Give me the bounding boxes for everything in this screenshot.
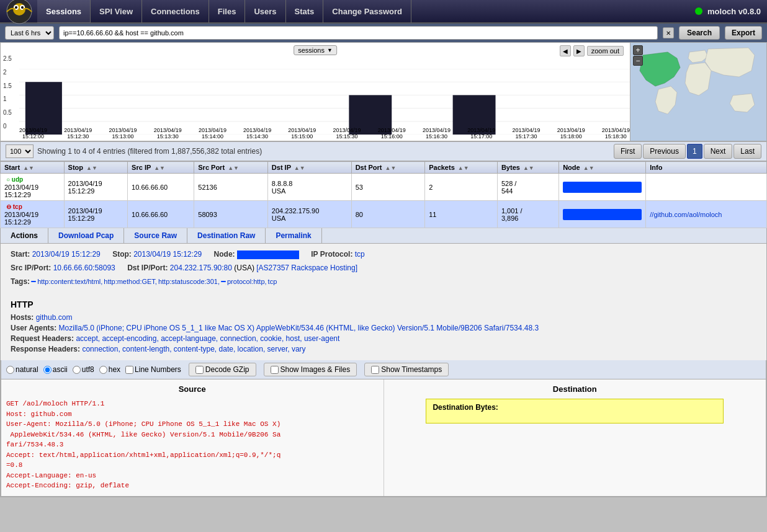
search-button[interactable]: Search bbox=[679, 26, 720, 40]
http-response-headers-row: Response Headers: connection, content-le… bbox=[11, 345, 756, 353]
http-user-agents-value: Mozilla/5.0 (iPhone; CPU iPhone OS 5_1_1… bbox=[59, 324, 539, 332]
time-range-select[interactable]: Last 6 hrs bbox=[5, 26, 54, 40]
cell-dst-port-1: 53 bbox=[351, 174, 425, 201]
format-hex[interactable]: hex bbox=[99, 365, 120, 374]
map-container: + − bbox=[630, 43, 766, 141]
nav-stats[interactable]: Stats bbox=[286, 0, 324, 23]
detail-start: 2013/04/19 15:12:29 bbox=[32, 250, 101, 259]
tag-3: http:statuscode:301, bbox=[158, 277, 220, 287]
previous-page-button[interactable]: Previous bbox=[643, 144, 686, 159]
format-bar: natural ascii utf8 hex Line Numbers Deco… bbox=[1, 360, 766, 379]
tag-1: http:content:text/html, bbox=[37, 277, 102, 287]
chart-svg bbox=[19, 69, 630, 135]
node-bar-2 bbox=[563, 209, 642, 220]
tag-highlight-1 bbox=[31, 281, 36, 282]
toolbar: Last 6 hrs ✕ Search Export bbox=[0, 24, 767, 42]
cell-src-ip-2: 10.66.66.60 bbox=[128, 201, 194, 228]
http-hosts-value[interactable]: github.com bbox=[36, 313, 73, 322]
next-page-button[interactable]: Next bbox=[704, 144, 733, 159]
nav-sessions[interactable]: Sessions bbox=[37, 0, 91, 23]
source-content: GET /aol/moloch HTTP/1.1 Host: github.co… bbox=[6, 399, 379, 491]
http-request-headers-row: Request Headers: accept, accept-encoding… bbox=[11, 334, 756, 343]
entries-info: Showing 1 to 4 of 4 entries (filtered fr… bbox=[37, 147, 262, 156]
show-images-checkbox[interactable]: Show Images & Files bbox=[264, 363, 357, 376]
show-timestamps-checkbox[interactable]: Show Timestamps bbox=[364, 363, 449, 376]
tab-destination-raw[interactable]: Destination Raw bbox=[187, 228, 266, 243]
nav-connections[interactable]: Connections bbox=[142, 0, 209, 23]
nav-users[interactable]: Users bbox=[245, 0, 285, 23]
cell-src-ip-1: 10.66.66.60 bbox=[128, 174, 194, 201]
detail-tags-row: Tags: http:content:text/html, http:metho… bbox=[11, 276, 756, 287]
detail-src-dst-row: Src IP/Port: 10.66.66.60:58093 Dst IP/Po… bbox=[11, 262, 756, 273]
map-zoom-in-button[interactable]: + bbox=[633, 45, 643, 55]
source-column: Source GET /aol/moloch HTTP/1.1 Host: gi… bbox=[1, 379, 384, 496]
tab-source-raw[interactable]: Source Raw bbox=[124, 228, 187, 243]
sessions-selector[interactable]: sessions ▼ bbox=[294, 45, 337, 55]
col-src-ip[interactable]: Src IP ▲▼ bbox=[128, 162, 194, 174]
export-button[interactable]: Export bbox=[725, 26, 762, 40]
decode-gzip-checkbox[interactable]: Decode GZip bbox=[189, 363, 256, 376]
format-radio-group: natural ascii utf8 hex Line Numbers bbox=[6, 365, 181, 374]
first-page-button[interactable]: First bbox=[614, 144, 642, 159]
col-start[interactable]: Start ▲▼ bbox=[1, 162, 65, 174]
entries-per-page: 100 Showing 1 to 4 of 4 entries (filtere… bbox=[6, 144, 262, 158]
cell-dst-ip-1: 8.8.8.8USA bbox=[267, 174, 351, 201]
sessions-table: Start ▲▼ Stop ▲▼ Src IP ▲▼ Src Port ▲▼ D… bbox=[0, 161, 767, 228]
protocol-badge-tcp: ⊖ tcp bbox=[4, 203, 24, 211]
cell-bytes-1: 528 /544 bbox=[497, 174, 558, 201]
info-link[interactable]: //github.com/aol/moloch bbox=[650, 211, 722, 218]
tab-download-pcap[interactable]: Download Pcap bbox=[48, 228, 124, 243]
src-dest-container: Source GET /aol/moloch HTTP/1.1 Host: gi… bbox=[1, 379, 766, 497]
nav-change-password[interactable]: Change Password bbox=[323, 0, 411, 23]
detail-content: Start: 2013/04/19 15:12:29 Stop: 2013/04… bbox=[1, 244, 766, 295]
map-controls: + − bbox=[633, 45, 643, 66]
http-hosts-row: Hosts: github.com bbox=[11, 313, 756, 322]
chart-prev-button[interactable]: ◀ bbox=[560, 45, 571, 56]
nav-spi-view[interactable]: SPI View bbox=[91, 0, 142, 23]
start-time-1: 2013/04/1915:12:29 bbox=[4, 184, 38, 198]
app-version: moloch v0.8.0 bbox=[695, 7, 761, 16]
nav-files[interactable]: Files bbox=[209, 0, 246, 23]
tab-permalink[interactable]: Permalink bbox=[266, 228, 321, 243]
table-row[interactable]: ○ udp 2013/04/1915:12:29 2013/04/1915:12… bbox=[1, 174, 767, 201]
tab-actions[interactable]: Actions bbox=[1, 228, 48, 243]
chart-next-button[interactable]: ▶ bbox=[573, 45, 585, 56]
last-page-button[interactable]: Last bbox=[733, 144, 761, 159]
clear-filter-button[interactable]: ✕ bbox=[663, 27, 674, 38]
zoom-out-button[interactable]: zoom out bbox=[587, 46, 624, 56]
col-node[interactable]: Node ▲▼ bbox=[559, 162, 646, 174]
format-line-numbers[interactable]: Line Numbers bbox=[125, 365, 181, 374]
col-dst-ip[interactable]: Dst IP ▲▼ bbox=[267, 162, 351, 174]
protocol-badge-udp: ○ udp bbox=[4, 175, 25, 184]
cell-node-2 bbox=[559, 201, 646, 228]
entries-select[interactable]: 100 bbox=[6, 144, 34, 158]
svg-point-4 bbox=[15, 6, 17, 9]
cell-bytes-2: 1,001 /3,896 bbox=[497, 201, 558, 228]
col-dst-port[interactable]: Dst Port ▲▼ bbox=[351, 162, 425, 174]
map-zoom-out-button[interactable]: − bbox=[633, 56, 643, 66]
destination-column: Destination Destination Bytes: bbox=[384, 379, 766, 496]
detail-stop: 2013/04/19 15:12:29 bbox=[133, 250, 202, 259]
filter-input[interactable] bbox=[59, 26, 658, 40]
http-user-agents-row: User Agents: Mozilla/5.0 (iPhone; CPU iP… bbox=[11, 324, 756, 332]
world-map-svg bbox=[630, 43, 766, 141]
header: Sessions SPI View Connections Files User… bbox=[0, 0, 767, 24]
node-bar-1 bbox=[563, 182, 642, 193]
format-ascii[interactable]: ascii bbox=[43, 365, 68, 374]
col-src-port[interactable]: Src Port ▲▼ bbox=[194, 162, 268, 174]
current-page: 1 bbox=[687, 144, 702, 159]
tag-2: http:method:GET, bbox=[104, 277, 157, 287]
detail-node-bar bbox=[237, 250, 299, 259]
detail-tabs: Actions Download Pcap Source Raw Destina… bbox=[1, 228, 766, 244]
cell-protocol-start: ○ udp 2013/04/1915:12:29 bbox=[1, 174, 65, 201]
format-utf8[interactable]: utf8 bbox=[73, 365, 94, 374]
table-row[interactable]: ⊖ tcp 2013/04/1915:12:29 2013/04/1915:12… bbox=[1, 201, 767, 228]
col-packets[interactable]: Packets ▲▼ bbox=[425, 162, 498, 174]
cell-protocol-start-2: ⊖ tcp 2013/04/1915:12:29 bbox=[1, 201, 65, 228]
http-response-headers-value: connection, content-length, content-type… bbox=[82, 345, 305, 353]
tag-4: protocol:http, bbox=[227, 277, 267, 287]
format-natural[interactable]: natural bbox=[6, 365, 38, 374]
col-info[interactable]: Info bbox=[646, 162, 767, 174]
col-bytes[interactable]: Bytes ▲▼ bbox=[497, 162, 558, 174]
col-stop[interactable]: Stop ▲▼ bbox=[64, 162, 128, 174]
